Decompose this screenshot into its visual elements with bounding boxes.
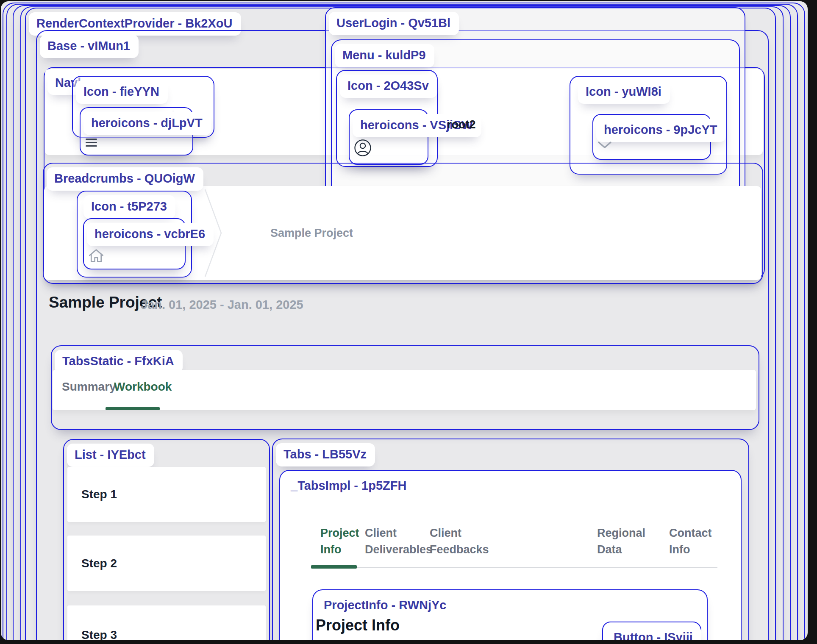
debug-label-icon-user: Icon - 2O43Sv	[340, 75, 437, 98]
debug-label-breadcrumbs: Breadcrumbs - QUOigW	[47, 167, 203, 191]
debug-box-list: List - IYEbct Step 1 Step 2 Step 3	[63, 439, 270, 640]
tab-client-feedbacks[interactable]: Client Feedbacks	[420, 525, 489, 558]
debug-label-heroicons-hamburger: heroicons - djLpVT	[83, 112, 211, 135]
user-circle-icon[interactable]	[354, 139, 372, 157]
debug-label-icon-hamburger: Icon - fieYYN	[76, 80, 168, 104]
tab-workbook[interactable]: Workbook	[114, 380, 172, 394]
step-1-label: Step 1	[81, 488, 117, 501]
list-item-step-2[interactable]: Step 2	[67, 536, 266, 591]
app-screen: RenderContextProvider - Bk2XoU Base - vI…	[1, 1, 808, 640]
debug-label-button: Button - ISyiij	[606, 626, 701, 640]
debug-label-base: Base - vIMun1	[40, 35, 139, 58]
debug-box-heroicons-hamburger: heroicons - djLpVT	[80, 107, 193, 155]
debug-box-tabs: Tabs - LB55Vz _TabsImpl - 1p5ZFH Project…	[272, 439, 749, 640]
list-item-step-1[interactable]: Step 1	[67, 467, 266, 522]
navbar-username[interactable]: root2	[447, 118, 476, 131]
tab-row-divider	[357, 567, 717, 568]
debug-box-project-info: ProjectInfo - RWNjYc Project Info Button…	[312, 589, 708, 640]
tab-summary[interactable]: Summary	[62, 380, 116, 394]
tab-contact-info[interactable]: Contact Info	[660, 525, 720, 558]
page-date-range: Jan. 01, 2025 - Jan. 01, 2025	[141, 298, 303, 312]
tab-workbook-active-underline	[106, 407, 160, 410]
debug-label-tabs-impl: _TabsImpl - 1p5ZFH	[283, 475, 415, 498]
debug-label-user-login: UserLogin - Qv51Bl	[329, 12, 459, 35]
tab-regional-data[interactable]: Regional Data	[588, 525, 652, 558]
static-tab-bar: Summary Workbook	[53, 370, 756, 410]
debug-label-list: List - IYEbct	[67, 444, 154, 467]
step-3-label: Step 3	[81, 628, 117, 640]
debug-label-icon-chevron: Icon - yuWI8i	[578, 80, 670, 104]
debug-box-tabs-impl: _TabsImpl - 1p5ZFH Project Info Client D…	[279, 470, 742, 640]
debug-box-button[interactable]: Button - ISyiij	[602, 622, 701, 640]
step-2-label: Step 2	[81, 557, 117, 570]
debug-label-project-info: ProjectInfo - RWNjYc	[316, 594, 455, 617]
list-item-step-3[interactable]: Step 3	[67, 605, 266, 640]
tab-project-info-active-underline	[311, 565, 357, 569]
debug-box-heroicons-chevron: heroicons - 9pJcYT	[592, 114, 711, 160]
debug-label-icon-home: Icon - t5P273	[83, 195, 175, 219]
project-info-heading: Project Info	[316, 616, 400, 634]
debug-label-heroicons-chevron: heroicons - 9pJcYT	[596, 119, 726, 142]
debug-label-menu: Menu - kuldP9	[335, 44, 434, 67]
debug-box-heroicons-user: heroicons - VSjiSW	[349, 109, 428, 165]
debug-box-tabs-static: TabsStatic - FfxKiA Summary Workbook	[51, 345, 759, 430]
chevron-down-icon[interactable]	[597, 141, 612, 150]
debug-box-heroicons-home: heroicons - vcbrE6	[83, 218, 186, 269]
debug-label-tabs: Tabs - LB55Vz	[276, 443, 375, 466]
breadcrumb-current-page: Sample Project	[270, 227, 353, 240]
hamburger-icon[interactable]	[86, 139, 97, 147]
home-icon[interactable]	[88, 248, 104, 264]
debug-label-heroicons-home: heroicons - vcbrE6	[87, 223, 214, 246]
